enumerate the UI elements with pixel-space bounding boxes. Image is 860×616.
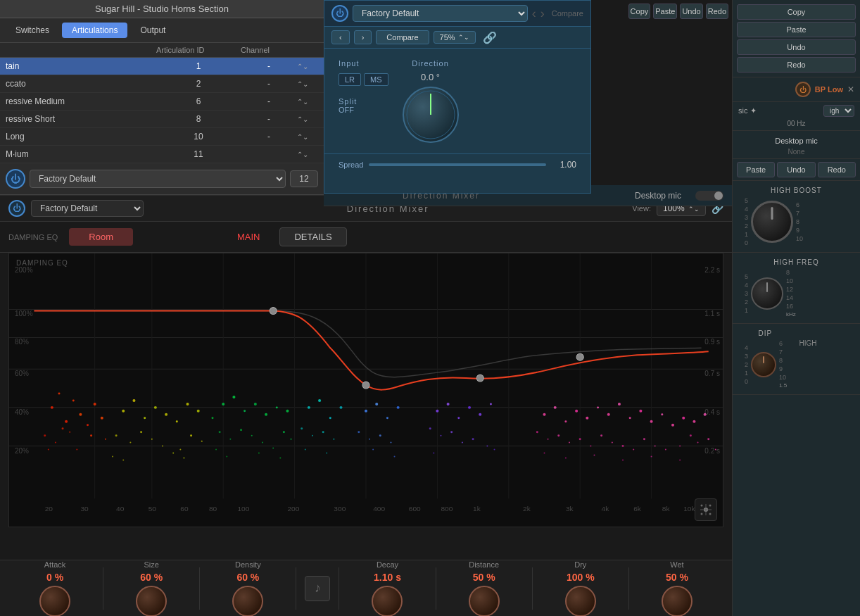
svg-point-123 — [569, 442, 570, 444]
spread-slider[interactable] — [369, 163, 546, 166]
eq-area: DAMPING EQ 200% 100% 80% 60% 40% 20% 2.2… — [8, 253, 723, 527]
wet-knob[interactable] — [662, 586, 693, 617]
svg-point-78 — [322, 431, 324, 433]
preset-dropdown[interactable]: Factory Default — [30, 170, 286, 188]
svg-point-59 — [211, 417, 213, 419]
r-undo-button[interactable]: Undo — [737, 39, 856, 55]
compare-button-plugin[interactable]: Compare — [376, 30, 429, 44]
svg-point-73 — [318, 399, 321, 402]
svg-point-63 — [251, 435, 253, 436]
svg-point-57 — [276, 406, 278, 408]
density-knob[interactable] — [232, 586, 263, 617]
plugin-power-button[interactable]: ⏻ — [331, 5, 348, 22]
zoom-control[interactable]: 75% ⌃⌄ — [434, 31, 476, 44]
svg-point-34 — [144, 417, 146, 419]
high-freq-knob[interactable] — [751, 277, 783, 310]
art-arrows: ⌃⌄ — [297, 151, 318, 158]
svg-point-43 — [151, 439, 153, 440]
svg-point-29 — [76, 449, 77, 451]
col-channel: Channel — [241, 46, 297, 54]
r-copy-button[interactable]: Copy — [737, 4, 856, 20]
next-btn[interactable]: › — [354, 30, 372, 44]
plugin-chevron-left-icon[interactable]: ‹ — [532, 6, 536, 21]
attack-value: 0 % — [46, 572, 63, 583]
table-row[interactable]: ressive Medium 6 - ⌃⌄ — [0, 93, 324, 111]
close-icon[interactable]: ✕ — [847, 84, 854, 94]
svg-point-74 — [329, 417, 331, 419]
size-knob[interactable] — [136, 586, 167, 617]
sparkle-svg — [699, 503, 713, 517]
table-row[interactable]: ressive Short 8 - ⌃⌄ — [0, 111, 324, 128]
svg-point-47 — [201, 441, 203, 442]
high-freq-title: HIGH FREQ — [737, 258, 856, 266]
size-label: Size — [144, 560, 159, 569]
decay-knob[interactable] — [372, 586, 403, 617]
svg-point-100 — [450, 431, 453, 433]
plugin-chevron-right-icon[interactable]: › — [540, 6, 545, 21]
scale-right-freq: 8 10 12 14 16 kHz — [786, 269, 797, 318]
power-icon-2[interactable]: ⏻ — [795, 82, 811, 97]
plugin-preset-dropdown[interactable]: Factory Default — [353, 5, 528, 22]
art-arrows: ⌃⌄ — [297, 115, 318, 123]
art-channel: - — [241, 61, 297, 71]
desktop-mic-label: Desktop mic — [775, 137, 818, 145]
svg-point-37 — [176, 420, 178, 422]
tab-articulations[interactable]: Articulations — [62, 23, 127, 38]
svg-point-119 — [682, 417, 685, 420]
table-row[interactable]: ccato 2 - ⌃⌄ — [0, 75, 324, 93]
tab-main[interactable]: MAIN — [223, 228, 274, 246]
svg-point-39 — [197, 410, 200, 413]
tab-switches[interactable]: Switches — [6, 23, 59, 38]
tab-details[interactable]: DETAILS — [279, 227, 346, 246]
scale-left-freq: 5 4 3 2 1 — [737, 273, 748, 314]
dm-preset-dropdown[interactable]: Factory Default — [31, 200, 144, 217]
dry-label: Dry — [574, 560, 586, 569]
svg-point-88 — [379, 434, 381, 436]
tab-room[interactable]: Room — [69, 228, 133, 246]
view-arrows: ⌃⌄ — [688, 206, 700, 213]
wet-label: Wet — [670, 560, 683, 569]
distance-knob[interactable] — [469, 586, 500, 617]
r-redo2-button[interactable]: Redo — [818, 162, 856, 177]
ms-button[interactable]: MS — [364, 73, 388, 86]
svg-point-25 — [55, 442, 56, 444]
svg-point-81 — [326, 453, 327, 454]
r-redo-button[interactable]: Redo — [737, 57, 856, 73]
high-dropdown[interactable]: igh — [823, 105, 854, 117]
r-undo2-button[interactable]: Undo — [777, 162, 815, 177]
r-paste-button[interactable]: Paste — [737, 22, 856, 37]
overlay-paste[interactable]: Paste — [653, 4, 677, 19]
r-paste2-button[interactable]: Paste — [737, 162, 775, 177]
table-row[interactable]: M·ium 11 ⌃⌄ — [0, 146, 324, 163]
overlay-undo[interactable]: Undo — [680, 4, 702, 19]
svg-point-64 — [262, 442, 263, 444]
overlay-redo[interactable]: Redo — [706, 4, 728, 19]
svg-point-146 — [270, 308, 277, 315]
sparkle-icon[interactable] — [695, 498, 717, 521]
svg-point-126 — [600, 434, 602, 436]
dip-knob[interactable] — [751, 352, 776, 377]
lr-button[interactable]: LR — [339, 73, 361, 86]
svg-point-103 — [486, 446, 488, 447]
high-boost-knob[interactable] — [751, 201, 793, 243]
dip-high-row: DIP 4 3 2 1 0 6 7 8 9 10 — [737, 329, 856, 389]
svg-point-142 — [593, 455, 595, 456]
dry-knob[interactable] — [565, 586, 596, 617]
toggle-switch[interactable] — [695, 191, 723, 201]
svg-point-44 — [162, 446, 163, 447]
power-button[interactable]: ⏻ — [6, 169, 25, 189]
table-row[interactable]: tain 1 - ⌃⌄ — [0, 58, 324, 75]
table-row[interactable]: Long 10 - ⌃⌄ — [0, 128, 324, 146]
attack-knob[interactable] — [39, 586, 70, 617]
direction-knob[interactable] — [403, 87, 459, 143]
distance-value: 50 % — [473, 572, 495, 583]
prev-btn[interactable]: ‹ — [331, 30, 350, 44]
overlay-copy[interactable]: Copy — [628, 4, 651, 19]
param-dry: Dry 100 % — [533, 560, 628, 617]
svg-point-16 — [51, 406, 53, 409]
dm-power-button[interactable]: ⏻ — [8, 200, 25, 217]
spread-label: Spread — [339, 161, 363, 169]
tab-output[interactable]: Output — [130, 23, 175, 38]
freq-label: 00 Hz — [738, 120, 854, 127]
link-icon[interactable]: 🔗 — [483, 31, 497, 44]
